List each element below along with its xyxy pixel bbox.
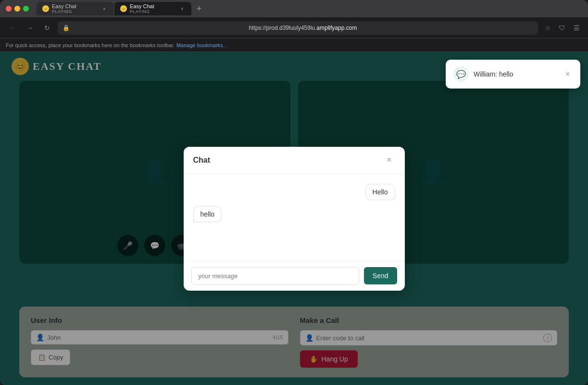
tab-2[interactable]: 😊 Easy Chat PLAYING × [114, 2, 191, 15]
tab-2-text: Easy Chat PLAYING [130, 3, 176, 14]
shield-icon[interactable]: 🛡 [556, 22, 568, 34]
bookmark-icon[interactable]: ☆ [542, 22, 553, 34]
tab-1-subtitle: PLAYING [52, 9, 98, 14]
new-tab-button[interactable]: + [192, 2, 206, 15]
message-sent-1: Hello [365, 184, 395, 200]
reload-button[interactable]: ↻ [40, 21, 54, 35]
notification-toast: 💬 William: hello × [446, 60, 580, 89]
tab-bar: 😊 Easy Chat PLAYING × 😊 Easy Chat PLAYIN… [37, 2, 582, 15]
tab-1[interactable]: 😊 Easy Chat PLAYING × [37, 2, 113, 15]
chat-input-area: Send [184, 261, 405, 291]
address-bar[interactable]: 🔒 https://prod.d39luuly459lu.amplifyapp.… [58, 21, 538, 35]
minimize-button[interactable] [14, 6, 20, 12]
tab-2-subtitle: PLAYING [130, 9, 176, 14]
chat-message-input[interactable] [191, 267, 359, 285]
modal-overlay[interactable]: Chat × Hello hello Send [0, 52, 588, 385]
traffic-lights [6, 6, 29, 12]
maximize-button[interactable] [23, 6, 29, 12]
tab-1-close[interactable]: × [101, 5, 108, 12]
close-button[interactable] [6, 6, 12, 12]
tab-1-title: Easy Chat [52, 3, 98, 9]
title-bar: 😊 Easy Chat PLAYING × 😊 Easy Chat PLAYIN… [0, 0, 588, 17]
back-button[interactable]: ← [6, 21, 19, 35]
nav-icons: ☆ 🛡 ☰ [542, 22, 582, 34]
tab-2-favicon: 😊 [120, 5, 127, 12]
menu-icon[interactable]: ☰ [571, 22, 582, 34]
bookmarks-text: For quick access, place your bookmarks h… [6, 42, 175, 48]
chat-modal-header: Chat × [184, 147, 405, 174]
forward-button[interactable]: → [23, 21, 37, 35]
message-received-1: hello [193, 206, 222, 222]
chat-messages: Hello hello [184, 174, 405, 261]
tab-2-close[interactable]: × [179, 5, 186, 12]
manage-bookmarks-link[interactable]: Manage bookmarks... [176, 42, 227, 48]
toast-text: William: hello [474, 70, 558, 78]
toast-close-button[interactable]: × [563, 69, 573, 79]
nav-bar: ← → ↻ 🔒 https://prod.d39luuly459lu.ampli… [0, 17, 588, 38]
bookmarks-bar: For quick access, place your bookmarks h… [0, 38, 588, 52]
tab-1-text: Easy Chat PLAYING [52, 3, 98, 14]
toast-icon: 💬 [453, 66, 469, 82]
tab-2-title: Easy Chat [130, 3, 176, 9]
chat-modal: Chat × Hello hello Send [184, 147, 405, 291]
security-icon: 🔒 [63, 25, 70, 31]
chat-modal-close-button[interactable]: × [384, 154, 395, 166]
url-display: https://prod.d39luuly459lu.amplifyapp.co… [73, 25, 533, 31]
chat-modal-title: Chat [193, 156, 211, 165]
chat-send-button[interactable]: Send [364, 267, 397, 284]
main-content: 😊 EASY CHAT 👤 🎤 💬 📹 [0, 52, 588, 385]
tab-1-favicon: 😊 [42, 5, 49, 12]
